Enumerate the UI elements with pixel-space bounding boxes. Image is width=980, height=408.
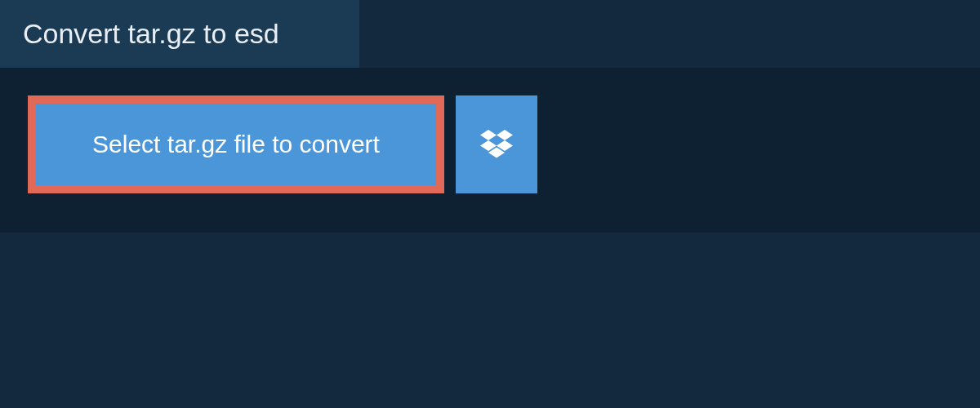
- upload-section: Select tar.gz file to convert: [0, 68, 980, 233]
- page-title: Convert tar.gz to esd: [23, 18, 336, 50]
- spacer: [0, 233, 980, 396]
- page-header-tab: Convert tar.gz to esd: [0, 0, 359, 68]
- select-file-button[interactable]: Select tar.gz file to convert: [28, 95, 444, 193]
- select-file-label: Select tar.gz file to convert: [92, 131, 380, 158]
- dropbox-icon: [480, 130, 513, 159]
- dropbox-button[interactable]: [456, 95, 537, 193]
